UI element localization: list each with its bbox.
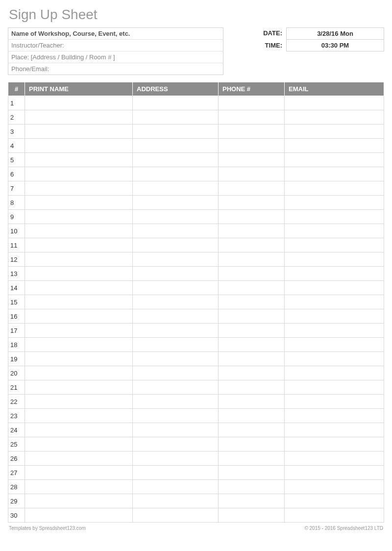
cell-print-name[interactable] [25, 366, 133, 380]
cell-phone[interactable] [219, 380, 285, 395]
cell-email[interactable] [285, 139, 384, 153]
cell-print-name[interactable] [25, 252, 133, 267]
cell-phone[interactable] [219, 139, 285, 153]
cell-phone[interactable] [219, 352, 285, 366]
cell-address[interactable] [133, 324, 219, 338]
cell-email[interactable] [285, 480, 384, 494]
cell-address[interactable] [133, 295, 219, 309]
cell-print-name[interactable] [25, 494, 133, 508]
cell-phone[interactable] [219, 153, 285, 167]
cell-email[interactable] [285, 466, 384, 480]
cell-phone[interactable] [219, 267, 285, 281]
cell-address[interactable] [133, 508, 219, 523]
cell-print-name[interactable] [25, 238, 133, 252]
cell-print-name[interactable] [25, 153, 133, 167]
cell-address[interactable] [133, 96, 219, 110]
cell-address[interactable] [133, 309, 219, 324]
cell-print-name[interactable] [25, 508, 133, 523]
cell-email[interactable] [285, 281, 384, 295]
cell-phone[interactable] [219, 451, 285, 466]
time-value[interactable]: 03:30 PM [286, 39, 384, 51]
cell-phone[interactable] [219, 125, 285, 139]
cell-print-name[interactable] [25, 409, 133, 423]
cell-print-name[interactable] [25, 295, 133, 309]
cell-address[interactable] [133, 409, 219, 423]
cell-address[interactable] [133, 181, 219, 196]
cell-phone[interactable] [219, 110, 285, 125]
cell-email[interactable] [285, 267, 384, 281]
cell-email[interactable] [285, 508, 384, 523]
cell-print-name[interactable] [25, 437, 133, 451]
cell-phone[interactable] [219, 210, 285, 224]
cell-phone[interactable] [219, 395, 285, 409]
cell-address[interactable] [133, 210, 219, 224]
cell-phone[interactable] [219, 252, 285, 267]
cell-print-name[interactable] [25, 96, 133, 110]
cell-print-name[interactable] [25, 139, 133, 153]
cell-address[interactable] [133, 238, 219, 252]
cell-print-name[interactable] [25, 338, 133, 352]
cell-print-name[interactable] [25, 480, 133, 494]
cell-address[interactable] [133, 252, 219, 267]
phone-email-field[interactable]: Phone/Email: [8, 63, 223, 75]
cell-phone[interactable] [219, 480, 285, 494]
cell-email[interactable] [285, 338, 384, 352]
cell-address[interactable] [133, 423, 219, 437]
cell-email[interactable] [285, 451, 384, 466]
cell-email[interactable] [285, 352, 384, 366]
instructor-field[interactable]: Instructor/Teacher: [8, 40, 223, 51]
event-name-field[interactable]: Name of Workshop, Course, Event, etc. [8, 28, 223, 40]
date-value[interactable]: 3/28/16 Mon [286, 27, 384, 40]
cell-print-name[interactable] [25, 181, 133, 196]
cell-print-name[interactable] [25, 110, 133, 125]
cell-address[interactable] [133, 267, 219, 281]
cell-phone[interactable] [219, 181, 285, 196]
cell-email[interactable] [285, 96, 384, 110]
cell-email[interactable] [285, 395, 384, 409]
cell-phone[interactable] [219, 508, 285, 523]
cell-email[interactable] [285, 423, 384, 437]
cell-email[interactable] [285, 224, 384, 238]
cell-phone[interactable] [219, 338, 285, 352]
cell-email[interactable] [285, 110, 384, 125]
cell-print-name[interactable] [25, 196, 133, 210]
cell-email[interactable] [285, 181, 384, 196]
cell-print-name[interactable] [25, 167, 133, 181]
cell-address[interactable] [133, 139, 219, 153]
cell-address[interactable] [133, 437, 219, 451]
cell-email[interactable] [285, 125, 384, 139]
cell-print-name[interactable] [25, 352, 133, 366]
cell-print-name[interactable] [25, 380, 133, 395]
cell-print-name[interactable] [25, 267, 133, 281]
cell-phone[interactable] [219, 295, 285, 309]
cell-print-name[interactable] [25, 451, 133, 466]
cell-phone[interactable] [219, 167, 285, 181]
cell-email[interactable] [285, 167, 384, 181]
cell-phone[interactable] [219, 196, 285, 210]
cell-print-name[interactable] [25, 466, 133, 480]
cell-address[interactable] [133, 466, 219, 480]
cell-phone[interactable] [219, 238, 285, 252]
cell-email[interactable] [285, 196, 384, 210]
cell-email[interactable] [285, 210, 384, 224]
cell-print-name[interactable] [25, 210, 133, 224]
cell-address[interactable] [133, 494, 219, 508]
cell-print-name[interactable] [25, 309, 133, 324]
cell-address[interactable] [133, 480, 219, 494]
cell-email[interactable] [285, 153, 384, 167]
cell-address[interactable] [133, 281, 219, 295]
cell-email[interactable] [285, 238, 384, 252]
cell-phone[interactable] [219, 423, 285, 437]
cell-print-name[interactable] [25, 395, 133, 409]
cell-email[interactable] [285, 494, 384, 508]
cell-address[interactable] [133, 153, 219, 167]
cell-address[interactable] [133, 196, 219, 210]
cell-phone[interactable] [219, 281, 285, 295]
place-field[interactable]: Place: [Address / Building / Room # ] [8, 51, 223, 63]
cell-phone[interactable] [219, 494, 285, 508]
cell-print-name[interactable] [25, 423, 133, 437]
cell-email[interactable] [285, 409, 384, 423]
cell-address[interactable] [133, 366, 219, 380]
cell-phone[interactable] [219, 409, 285, 423]
cell-phone[interactable] [219, 96, 285, 110]
